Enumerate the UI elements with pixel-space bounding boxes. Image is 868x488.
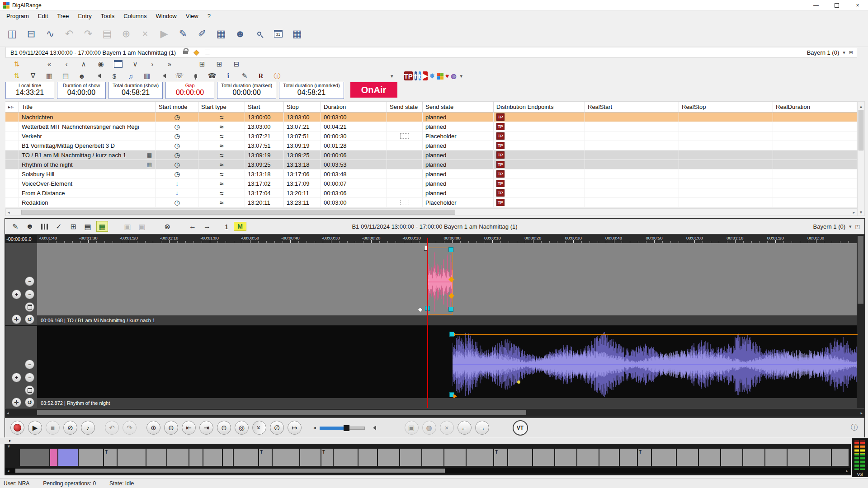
zoom-selection-button[interactable]: ⊙ <box>217 421 231 435</box>
note-edit-icon[interactable]: ✎ <box>240 71 250 80</box>
info-icon[interactable]: ℹ <box>223 71 233 80</box>
send-state-checkbox[interactable] <box>400 200 409 205</box>
column-header-send-state[interactable]: Send state <box>423 102 494 112</box>
replace-entry-icon[interactable]: ⊟ <box>231 60 241 69</box>
go-start-button[interactable]: ⇤ <box>182 421 196 435</box>
scroll-down-icon[interactable]: ▼ <box>859 210 863 215</box>
table-row[interactable]: VoiceOver-Element↓≈13:17:0213:17:0900:00… <box>5 179 857 188</box>
phone-icon[interactable]: ☎ <box>207 71 217 80</box>
menu-window[interactable]: Window <box>151 12 181 20</box>
contact-icon[interactable]: ☻ <box>233 27 247 41</box>
menu-view[interactable]: View <box>181 12 203 20</box>
overview-block[interactable] <box>50 449 57 466</box>
nav-back-button[interactable]: ← <box>458 421 472 435</box>
overview-block[interactable] <box>788 449 809 466</box>
overview-block[interactable] <box>167 449 189 466</box>
copy-icon[interactable]: ⊞ <box>67 221 79 232</box>
current-entry-icon[interactable]: ◉ <box>96 60 106 69</box>
table-row[interactable]: Redaktion◷≈13:20:1113:23:1100:03:00Place… <box>5 198 857 207</box>
overview-block[interactable] <box>422 449 443 466</box>
overview-block[interactable] <box>300 449 321 466</box>
playlist-vscrollbar[interactable]: ▲ ▼ <box>857 101 865 216</box>
go-first-icon[interactable]: « <box>44 60 54 69</box>
overview-block[interactable] <box>378 449 399 466</box>
column-header-send-state[interactable]: Send state <box>387 102 423 112</box>
go-last-icon[interactable]: » <box>165 60 175 69</box>
window-panes-icon[interactable]: ⊟ <box>24 27 38 41</box>
zoom-out-track-button[interactable]: − <box>25 290 34 299</box>
speaker-icon[interactable] <box>368 423 378 432</box>
go-prev-icon[interactable]: ‹ <box>61 60 71 69</box>
column-header-start-type[interactable]: Start type <box>198 102 245 112</box>
zoom-fit-button[interactable]: ◎ <box>235 421 249 435</box>
column-header-stop[interactable]: Stop <box>284 102 321 112</box>
table-row[interactable]: Rhythm of the night▦◷≈13:09:2513:13:1800… <box>5 160 857 169</box>
scroll-up-icon[interactable]: ▲ <box>859 104 863 109</box>
minimize-button[interactable]: — <box>806 0 826 11</box>
contacts-icon[interactable]: ☻ <box>77 71 87 80</box>
confirm-icon[interactable]: ✓ <box>53 221 65 232</box>
go-next-icon[interactable]: › <box>147 60 157 69</box>
move-down-icon[interactable]: ∨ <box>130 60 140 69</box>
table-row[interactable]: TO / B1 am Mi Nachmittag / kurz nach 1▦◷… <box>5 150 857 160</box>
overview-block[interactable] <box>146 449 166 466</box>
volume-slider[interactable] <box>320 424 365 432</box>
editor-channel-dropdown-icon[interactable]: ▾ <box>849 224 852 230</box>
info-circle-icon[interactable]: ⓘ <box>272 71 282 80</box>
phone-record-icon[interactable]: ☏ <box>175 71 184 80</box>
overview-block[interactable] <box>677 449 698 466</box>
grid-view-icon[interactable]: ▦ <box>44 71 54 80</box>
volume-handle[interactable] <box>344 425 349 431</box>
menu-tools[interactable]: Tools <box>96 12 119 20</box>
overview-block[interactable] <box>620 449 637 466</box>
video-icon[interactable]: ▥ <box>142 71 152 80</box>
overview-block[interactable] <box>334 449 358 466</box>
reset-zoom-button[interactable]: ↺ <box>25 314 34 324</box>
overview-block[interactable]: T <box>638 449 651 466</box>
column-header-realstop[interactable]: RealStop <box>679 102 773 112</box>
paste-icon[interactable]: ▤ <box>82 221 94 232</box>
scroll-left-icon[interactable]: ◂ <box>7 411 9 415</box>
scroll-left-icon[interactable]: ◂ <box>8 210 10 215</box>
ruler-scale[interactable]: -00:01:40-00:01:30-00:01:20-00:01:10-00:… <box>37 235 858 243</box>
go-end-button[interactable]: ⇥ <box>199 421 213 435</box>
menu-tree[interactable]: Tree <box>52 12 73 20</box>
document-icon[interactable]: ▤ <box>61 71 71 80</box>
nav-right-icon[interactable]: → <box>201 221 213 232</box>
play-button[interactable]: ▶ <box>28 421 42 435</box>
metronome-button[interactable]: ♪ <box>81 421 95 435</box>
add-contact-icon[interactable]: ☻ <box>24 221 36 232</box>
insert-after-icon[interactable]: ⊞ <box>214 60 224 69</box>
signal-curve-icon[interactable]: ∿ <box>43 27 57 41</box>
overview-block[interactable] <box>832 449 849 466</box>
loop-off-button[interactable]: ⊘ <box>63 421 77 435</box>
sort-order-icon[interactable]: ⇅ <box>12 60 22 69</box>
marker-r-icon[interactable]: R <box>256 71 266 80</box>
calendar-icon[interactable]: 31 <box>271 27 285 41</box>
envelope-point[interactable] <box>517 380 520 384</box>
editor-vscroll-thumb[interactable] <box>858 236 863 304</box>
overview-block[interactable] <box>652 449 676 466</box>
youtube-icon[interactable]: ▶ <box>423 71 428 80</box>
column-header-title[interactable]: Title <box>19 102 156 112</box>
new-window-icon[interactable]: ⊞ <box>849 50 853 56</box>
column-header-duration[interactable]: Duration <box>321 102 387 112</box>
overview-block[interactable] <box>273 449 299 466</box>
tp-endpoint-icon[interactable]: TP <box>404 71 413 80</box>
overview-block[interactable] <box>189 449 203 466</box>
volume-envelope[interactable] <box>453 334 858 335</box>
exit-marker-button[interactable]: ↦ <box>288 421 302 435</box>
overview-expand-icon[interactable]: ▸ <box>9 438 11 443</box>
overview-block[interactable] <box>508 449 532 466</box>
overview-block[interactable] <box>765 449 787 466</box>
reset-zoom-button[interactable]: ↺ <box>25 398 34 407</box>
overview-block[interactable]: T <box>104 449 117 466</box>
nav-left-icon[interactable]: ← <box>187 221 198 232</box>
editor-hscroll-thumb[interactable] <box>37 410 526 415</box>
column-header-realduration[interactable]: RealDuration <box>773 102 857 112</box>
snowflake-icon[interactable]: ❄ <box>429 71 435 80</box>
mode-button[interactable]: M <box>234 222 246 231</box>
table-row[interactable]: Solsbury Hill◷≈13:13:1813:17:0600:03:48p… <box>5 169 857 179</box>
column-header-realstart[interactable]: RealStart <box>585 102 679 112</box>
track-2-content[interactable] <box>37 326 858 398</box>
